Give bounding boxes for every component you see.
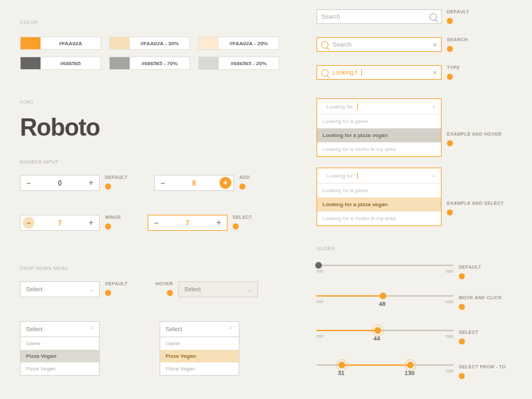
marker-dot-icon — [459, 273, 465, 279]
search-icon — [321, 41, 329, 49]
dropdown-default[interactable]: Select ⌄ — [20, 281, 100, 297]
close-icon[interactable]: × — [433, 68, 437, 76]
dropdown-item[interactable]: Game — [160, 337, 239, 350]
search-suggest-hover[interactable]: Looking for× Looking for a game Looking … — [317, 98, 442, 157]
search-suggest-select[interactable]: Looking for× Looking for a game Looking … — [317, 168, 442, 226]
chevron-up-icon: ⌃ — [229, 327, 233, 332]
dropdown-item[interactable]: Pizza Vegan — [160, 350, 239, 362]
swatch: #686565 - 20% — [198, 57, 279, 70]
close-icon[interactable]: × — [432, 104, 436, 110]
slider-select[interactable]: 44 minmax — [317, 330, 454, 344]
swatch: #FAA02A - 20% — [198, 37, 279, 50]
minus-icon[interactable]: – — [23, 217, 35, 229]
dropdown-item[interactable]: Pizza Vegan — [160, 362, 239, 375]
slider-move[interactable]: 48 minmax — [317, 295, 454, 310]
swatch-row-2: #686565 #686565 - 70% #686565 - 20% — [20, 57, 306, 70]
marker-dot-icon — [447, 18, 453, 24]
number-input-select[interactable]: – 7 + — [148, 215, 227, 231]
suggest-item[interactable]: Looking for a game — [317, 184, 441, 198]
marker-dot-icon — [459, 338, 465, 344]
marker-dot-icon — [239, 184, 245, 190]
marker-dot-icon — [105, 223, 111, 229]
number-input-add[interactable]: – 8 + — [154, 175, 234, 191]
dropdown-item[interactable]: Pizza Vegan — [21, 362, 99, 375]
suggest-item[interactable]: Looking for a risotto in my area — [317, 211, 441, 225]
swatch: #686565 — [20, 57, 101, 70]
suggest-item[interactable]: Looking for a pizza vegan — [317, 128, 441, 142]
section-label-number: NUMBER INPUT — [20, 160, 306, 164]
swatch: #FAA02A - 30% — [109, 37, 190, 50]
section-label-dropdown: DROP DOWN MENU — [20, 266, 306, 271]
dropdown-open-gray[interactable]: Select⌃ Game Pizza Vegan Pizza Vegan — [20, 321, 100, 376]
close-icon[interactable]: × — [433, 41, 437, 49]
slider-range[interactable]: 31 130 max — [317, 364, 454, 379]
search-active[interactable]: Search × — [317, 37, 442, 52]
marker-dot-icon — [105, 184, 111, 190]
marker-dot-icon — [447, 140, 453, 146]
minus-icon[interactable]: – — [21, 176, 37, 190]
minus-icon[interactable]: – — [155, 176, 171, 190]
chevron-up-icon: ⌃ — [89, 327, 94, 332]
number-input-default[interactable]: – 0 + — [20, 175, 100, 191]
chevron-down-icon: ⌄ — [247, 287, 252, 293]
plus-icon[interactable]: + — [83, 176, 99, 190]
plus-icon[interactable]: + — [211, 215, 227, 230]
section-label-font: FONT — [20, 100, 306, 104]
plus-icon[interactable]: + — [219, 177, 231, 189]
swatch: #686565 - 70% — [109, 57, 190, 70]
marker-dot-icon — [233, 223, 239, 229]
slider-default[interactable]: minmax — [317, 265, 454, 279]
suggest-item[interactable]: Looking for a pizza vegan — [317, 198, 441, 211]
section-label-slider: SLIDER — [317, 246, 513, 251]
suggest-item[interactable]: Looking for a risotto in my area — [317, 142, 441, 156]
marker-dot-icon — [459, 304, 465, 310]
marker-dot-icon — [459, 373, 465, 379]
marker-dot-icon — [105, 290, 111, 296]
font-title: Roboto — [20, 114, 306, 142]
close-icon[interactable]: × — [432, 173, 436, 179]
marker-dot-icon — [447, 209, 453, 215]
dropdown-item[interactable]: Game — [21, 337, 99, 350]
plus-icon[interactable]: + — [83, 215, 99, 230]
search-typing[interactable]: Looking f × — [317, 65, 442, 80]
search-default[interactable]: Search — [317, 9, 442, 24]
dropdown-hover[interactable]: Select ⌄ — [178, 281, 258, 297]
section-label-color: COLOR — [20, 20, 306, 25]
dropdown-open-orange[interactable]: Select⌃ Game Pizza Vegan Pizza Vegan — [160, 321, 239, 376]
chevron-down-icon: ⌄ — [89, 287, 94, 293]
swatch-row-1: #FAA02A #FAA02A - 30% #FAA02A - 20% — [20, 37, 306, 50]
search-icon — [321, 69, 329, 76]
swatch: #FAA02A — [20, 37, 101, 50]
marker-dot-icon — [447, 74, 453, 80]
marker-dot-icon — [167, 290, 173, 296]
minus-icon[interactable]: – — [148, 215, 164, 230]
suggest-item[interactable]: Looking for a game — [317, 114, 441, 128]
search-icon — [430, 13, 437, 21]
marker-dot-icon — [447, 46, 453, 52]
number-input-minus[interactable]: – 7 + — [20, 215, 100, 231]
dropdown-item[interactable]: Pizza Vegan — [21, 350, 99, 362]
